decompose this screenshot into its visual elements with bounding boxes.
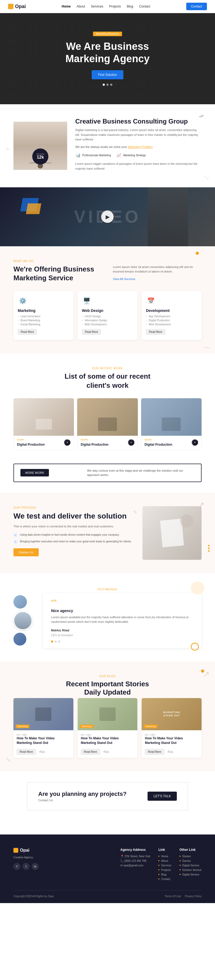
author-name: Mahfuz Riiad [51,629,69,632]
testi-dot-1[interactable] [51,641,53,643]
footer-other-link-3[interactable]: Digital Service [180,864,202,867]
contact-cta-button[interactable]: LET'S TALK [148,792,177,801]
logo[interactable]: Opai [8,4,26,10]
nav-links: Home About Services Projects Blog Contac… [62,5,150,8]
hero-dot-1[interactable] [103,84,105,86]
development-item-1: App Development [146,315,197,318]
footer-link-home[interactable]: Home [158,855,171,858]
nav-services[interactable]: Services [91,5,103,8]
more-work-button[interactable]: MORE WORK [21,469,49,476]
blog-share-3[interactable]: 45ac [167,750,173,753]
nav-contact[interactable]: Contact [139,5,150,8]
testi-dot-2[interactable] [55,641,57,643]
marketing-read-more-button[interactable]: Read More [18,329,37,335]
logo-text: Opai [15,4,26,10]
avatar-side-bottom [13,633,26,646]
blog-img-3: MARKETINGSTAND OUT Marketing [142,698,202,730]
wifi-deco-icon: ∿ [5,146,10,152]
blog-post-title-1: How To Make Your Video Marketing Stand O… [17,736,70,745]
nav-about[interactable]: About [77,5,85,8]
testimonials-section: Testimonial “” Nice agency Lorem ipsum a… [0,573,215,661]
blog-read-more-3[interactable]: Read More [145,749,164,755]
service-card-development: 📅 Development App Development Digital Pr… [142,291,202,340]
blog-author-1: Alex [22,733,27,736]
footer-social-twitter[interactable]: t [22,863,30,870]
footer-other-link-5[interactable]: Digital Service [180,873,202,876]
footer-link-blog[interactable]: Blog [158,873,171,876]
blog-separator-2: | [85,733,85,736]
blog-separator-1: | [21,733,21,736]
blog-read-more-2[interactable]: Read More [81,749,100,755]
footer-other-link-2[interactable]: Games [180,859,202,862]
marketing-service-icon: ⚙️ [18,296,27,306]
services-description: Lorem ipsum dolor sit amet consectetur a… [113,265,202,274]
footer-privacy-link[interactable]: Privacy Policy [185,895,202,898]
footer-other-link-1[interactable]: Stream [180,855,202,858]
portfolio-section: Our Recent Work List of some of our rece… [0,353,215,464]
hero-cta-button[interactable]: Find Solution [91,70,124,80]
marketing-item-3: Social Marketing [18,323,69,326]
contact-banner-text: Are you planning any projects? Contact U… [38,791,127,802]
blog-img-2: Marketing [78,698,138,730]
footer-social-linkedin[interactable]: in [32,863,39,870]
nav-home[interactable]: Home [62,5,71,8]
video-yellow-deco [26,204,41,214]
hero-badge: Marketing Business [93,32,122,36]
blog-actions-3: Read More 45ac [145,748,198,755]
job-done-badge: Job Done 12k [32,148,48,165]
contact-banner-title: Are you planning any projects? [38,791,127,797]
blog-body-2: 03 | Alex How To Make Your Video Marketi… [78,730,138,758]
blog-read-more-1[interactable]: Read More [17,749,36,755]
badge-number: 12k [37,155,44,160]
footer-link-contact[interactable]: Contact [158,878,171,881]
contact-banner: Are you planning any projects? Contact U… [27,782,188,810]
view-all-services-link[interactable]: View All Services [113,277,135,281]
test-item-2: ✓ Bringing together execution and vision… [13,539,132,544]
webdesign-service-list: UI/UX Design Information Design Web Deve… [82,315,133,326]
circle-deco-testimonials [191,581,204,595]
testi-dot-3[interactable] [58,641,60,643]
explore-button[interactable]: Explore Us [13,548,39,556]
hero-dot-3[interactable] [110,84,112,86]
footer-link-about[interactable]: About [158,859,171,862]
portfolio-img-2 [77,398,138,436]
testimonial-author: Mahfuz Riiad CEO at Innovation [51,628,194,637]
test-deliver-section: Our Process We test and deliver the solu… [0,493,215,573]
yellow-dot-deco-services [196,251,199,255]
test-title: We test and deliver the solution [13,511,132,521]
professionals-icon: 📊 [75,153,81,158]
development-read-more-button[interactable]: Read More [146,329,165,335]
portfolio-item-1: WORK Digital Production + [13,398,74,450]
play-button[interactable]: ▶ [101,210,114,223]
footer-bottom-links: Terms Of Use Privacy Policy [165,895,202,898]
check-icon-1: ✓ [13,533,18,537]
check-icon-2: ✓ [13,540,18,544]
hero-dot-2[interactable] [106,84,109,86]
portfolio-grid: WORK Digital Production + WORK Digital P… [13,398,202,450]
nav-contact-button[interactable]: Contact [186,3,207,10]
consulting-title: Creative Business Consulting Group [75,118,202,125]
nav-blog[interactable]: Blog [127,5,133,8]
footer-other-link-4[interactable]: Solution Service [180,869,202,872]
footer-bottom: Copyright 2020 All Rights by Opai Terms … [13,890,202,898]
footer-terms-link[interactable]: Terms Of Use [165,895,181,898]
nav-projects[interactable]: Projects [109,5,121,8]
blog-share-2[interactable]: 45ac [103,750,109,753]
blog-card-2: Marketing 03 | Alex How To Make Your Vid… [78,698,138,758]
blog-share-1[interactable]: 45ac [39,750,45,753]
marketing-problem-link[interactable]: Marketing Problem [128,145,152,148]
footer-link-services[interactable]: Services [158,864,171,867]
blog-post-title-2: How To Make Your Video Marketing Stand O… [81,736,134,745]
feature-tag-professionals: 📊 Professionals Marketing [75,153,111,158]
webdesign-read-more-button[interactable]: Read More [82,329,101,335]
footer-link-projects[interactable]: Projects [158,869,171,872]
development-item-2: Digital Production [146,319,197,322]
test-item-1: ✓ Using data driven insights to fuel res… [13,533,132,537]
footer-social-facebook[interactable]: f [13,863,21,870]
squiggle-deco-blog: ∿ [5,756,11,763]
blog-section-label: Our Blog [13,675,202,678]
blog-card-3: MARKETINGSTAND OUT Marketing 03 | Alex H… [142,698,202,758]
portfolio-item-3: WORK Digital Production + [141,398,202,450]
test-description: This is where your vision is connected t… [13,524,132,529]
footer-address-title: Agency Address [120,848,151,852]
